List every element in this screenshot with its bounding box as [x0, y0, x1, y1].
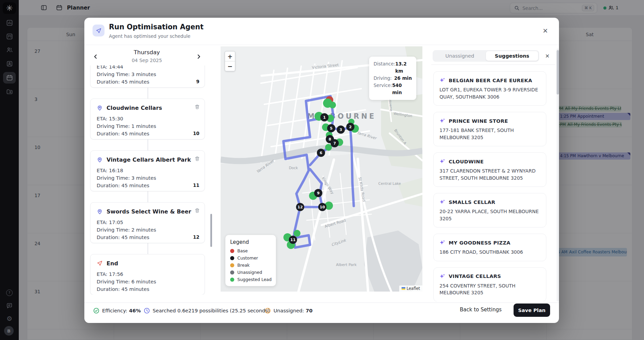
- stop-duration: Duration: 45 minutes: [97, 234, 198, 241]
- panel-close-icon[interactable]: ✕: [543, 51, 552, 60]
- map-area-label: Central Lake: [378, 181, 401, 186]
- next-day-button[interactable]: [194, 52, 203, 61]
- map-attribution[interactable]: Leaflet: [399, 285, 422, 292]
- stat-value: 540 min: [392, 82, 412, 96]
- save-plan-button[interactable]: Save Plan: [514, 304, 550, 317]
- suggestion-card[interactable]: PRINCE WINE STORE 177-181 BANK STREET, S…: [433, 112, 546, 146]
- map-marker[interactable]: 1: [320, 113, 328, 121]
- stop-driving-time: Driving Time: 1 minutes: [97, 122, 198, 130]
- stops-scroll-area[interactable]: ETA: 14:44 Driving Time: 3 minutes Durat…: [89, 65, 212, 295]
- delete-stop-icon[interactable]: [195, 208, 200, 215]
- map-area-label: Albert Park: [336, 263, 357, 267]
- legend-dot-break: [230, 263, 234, 267]
- legend-label: Suggested Lead: [237, 277, 271, 282]
- sparkles-icon: [439, 274, 445, 279]
- send-icon: [93, 25, 104, 36]
- suggestion-name: MY GOODNESS PIZZA: [449, 240, 510, 246]
- legend-dot-suggested-lead: [230, 278, 234, 282]
- route-connector: [148, 88, 148, 99]
- panel-scrollbar-thumb[interactable]: [557, 50, 559, 94]
- map-marker[interactable]: 11: [289, 236, 297, 244]
- legend-title: Legend: [230, 239, 271, 245]
- suggestion-card[interactable]: SMALLS CELLAR 20-22 YARRA PLACE, SOUTH M…: [433, 193, 546, 227]
- stop-duration: Duration: 45 minutes: [97, 285, 198, 293]
- route-connector: [148, 191, 148, 202]
- close-icon[interactable]: ✕: [541, 26, 550, 35]
- stop-driving-time: Driving Time: 3 minutes: [97, 174, 198, 182]
- suggestions-scroll-area[interactable]: BELGIAN BEER CAFE EUREKA LOT GR1, EUREKA…: [431, 65, 554, 301]
- back-to-settings-button[interactable]: Back to Settings: [460, 307, 502, 313]
- delete-stop-icon[interactable]: [195, 156, 200, 163]
- suggestion-card[interactable]: MY GOODNESS PIZZA 186 CITY ROAD, SOUTHBA…: [433, 234, 546, 261]
- location-pin-icon: [97, 208, 103, 215]
- stop-driving-time: Driving Time: 6 minutes: [97, 278, 198, 285]
- map-zoom-control: + −: [225, 51, 235, 71]
- map-marker[interactable]: 7: [331, 139, 339, 147]
- delete-stop-icon[interactable]: [195, 104, 200, 111]
- stat-label: Distance:: [374, 60, 395, 75]
- stop-card[interactable]: ETA: 14:44 Driving Time: 3 minutes Durat…: [90, 65, 205, 88]
- stop-card-end[interactable]: End ETA: 17:56 Driving Time: 6 minutes D…: [90, 254, 205, 295]
- suggestion-name: VINTAGE CELLARS: [449, 274, 501, 279]
- sparkles-icon: [439, 118, 445, 124]
- suggestion-card[interactable]: VINTAGE CELLARS 254 COVENTRY STREET, SOU…: [433, 267, 546, 302]
- stop-title: Vintage Cellars Albert Park: [107, 157, 191, 163]
- stops-scrollbar[interactable]: [210, 214, 212, 247]
- map-legend: Legend Base Customer Break Unassigned Su…: [225, 235, 276, 286]
- suggested-lead-marker[interactable]: [329, 102, 336, 108]
- legend-label: Break: [237, 263, 250, 268]
- map-marker[interactable]: 9: [314, 189, 322, 197]
- suggestion-card[interactable]: CLOUDWINE 317 CLARENDON STREET & 2 WYNYA…: [433, 152, 546, 187]
- suggestion-card[interactable]: BELGIAN BEER CAFE EUREKA LOT GR1, EUREKA…: [433, 71, 546, 106]
- stop-duration: Duration: 45 minutes: [97, 130, 198, 137]
- stop-title: Swords Select Wine & Beer: [107, 208, 191, 215]
- efficiency-stat: Efficiency: 46%: [93, 307, 141, 315]
- map-marker[interactable]: 2: [346, 123, 354, 131]
- map-marker[interactable]: 12: [296, 203, 304, 211]
- suggestion-name: SMALLS CELLAR: [449, 199, 495, 205]
- header-divider: [84, 45, 559, 45]
- legend-dot-customer: [230, 256, 234, 260]
- zoom-out-button[interactable]: −: [225, 61, 235, 71]
- modal-title: Run Optimisation Agent: [109, 23, 204, 31]
- sparkles-icon: [439, 199, 445, 205]
- legend-label: Customer: [237, 255, 258, 261]
- zoom-in-button[interactable]: +: [225, 51, 235, 61]
- unassigned-label: Unassigned:: [274, 308, 304, 313]
- stop-duration: Duration: 45 minutes: [97, 182, 198, 189]
- clock-icon: [144, 308, 150, 314]
- modal-subtitle: Agent has optimised your schedule: [109, 33, 191, 39]
- suggested-lead-marker[interactable]: [294, 230, 300, 237]
- suggestion-name: BELGIAN BEER CAFE EUREKA: [449, 78, 532, 83]
- stop-card[interactable]: Swords Select Wine & Beer ETA: 17:05 Dri…: [90, 202, 205, 243]
- suggestion-address: 317 CLARENDON STREET & 2 WYNYARD STREET,…: [439, 167, 540, 181]
- tab-unassigned[interactable]: Unassigned: [434, 51, 486, 61]
- stop-sequence-number: 10: [193, 131, 199, 136]
- map-marker[interactable]: 6: [317, 149, 325, 157]
- legend-label: Unassigned: [237, 270, 262, 275]
- stop-card[interactable]: Vintage Cellars Albert Park ETA: 16:18 D…: [90, 150, 205, 191]
- alert-circle-icon: [265, 308, 271, 314]
- stat-label: Driving:: [374, 75, 392, 82]
- map-marker[interactable]: 10: [318, 203, 326, 211]
- check-circle-icon: [93, 308, 99, 314]
- stop-eta: ETA: 17:05: [97, 219, 198, 226]
- map-marker[interactable]: 5: [327, 124, 335, 132]
- searched-text: Searched 0.6e219 possibilities (25.25 se…: [153, 308, 270, 313]
- route-map[interactable]: MELBOURNE Victoria Street Yarra River Ya…: [221, 46, 422, 292]
- location-pin-icon: [97, 105, 103, 111]
- legend-dot-unassigned: [230, 270, 234, 275]
- map-marker[interactable]: 3: [337, 125, 345, 134]
- stat-value: 13.2 km: [395, 60, 412, 75]
- stop-card[interactable]: Cloudwine Cellars ETA: 15:30 Driving Tim…: [90, 99, 205, 139]
- suggestion-address: 177-181 BANK STREET, SOUTH MELBOURNE 320…: [439, 127, 540, 141]
- map-area-label: Dock: [289, 166, 298, 170]
- suggestion-address: 186 CITY ROAD, SOUTHBANK 3006: [439, 249, 540, 256]
- stop-sequence-number: 12: [193, 234, 199, 240]
- location-pin-icon: [97, 157, 103, 163]
- end-flag-icon: [97, 260, 103, 266]
- tab-suggestions[interactable]: Suggestions: [486, 51, 538, 61]
- panel-scrollbar[interactable]: [557, 48, 559, 301]
- stop-eta: ETA: 16:18: [97, 167, 198, 174]
- stop-title: Cloudwine Cellars: [107, 105, 162, 111]
